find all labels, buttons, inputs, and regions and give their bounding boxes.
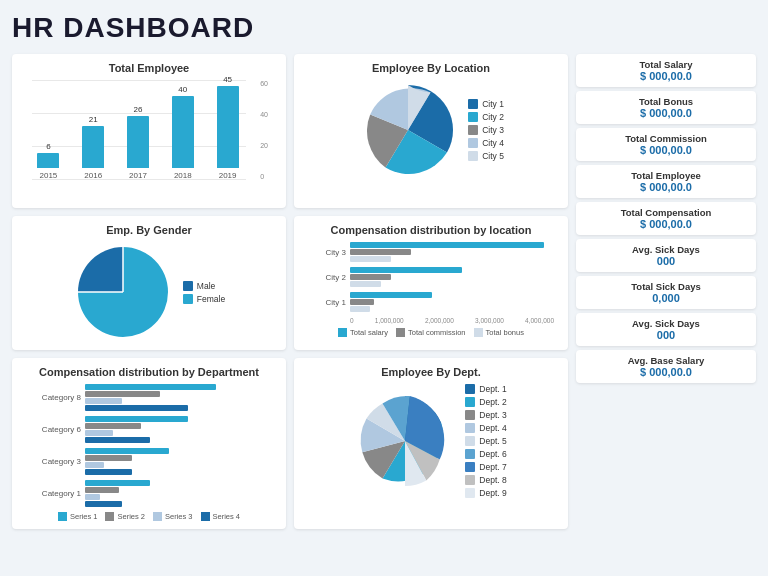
compensation-by-dept-card: Compensation distribution by Department …	[12, 358, 286, 529]
legend-series3: Series 3	[153, 512, 193, 521]
svg-rect-3	[396, 328, 405, 337]
hbar-row-city1: City 1	[308, 292, 554, 312]
pie-dept-chart	[355, 391, 455, 491]
hbar-city3-bonus	[350, 256, 391, 262]
hbar-row-cat3: Category 3	[26, 448, 272, 475]
bar-2015	[37, 153, 59, 168]
hbar-cat1-s1	[85, 480, 150, 486]
legend-dept8: Dept. 8	[465, 475, 506, 485]
dashboard-title: HR DASHBOARD	[12, 12, 756, 44]
svg-rect-2	[338, 328, 347, 337]
legend-city5: City 5	[468, 151, 504, 161]
stat-avg-sick-days-2: Avg. Sick Days 000	[576, 313, 756, 346]
legend-dept3: Dept. 3	[465, 410, 506, 420]
legend-city4: City 4	[468, 138, 504, 148]
stats-column: Total Salary $ 000,00.0 Total Bonus $ 00…	[576, 54, 756, 529]
hbar-bars-city2	[350, 267, 554, 287]
legend-series2-icon	[105, 512, 114, 521]
hbar-cat6-s2	[85, 423, 141, 429]
legend-series4: Series 4	[201, 512, 241, 521]
legend-dept6: Dept. 6	[465, 449, 506, 459]
legend-city3: City 3	[468, 125, 504, 135]
legend-dept9: Dept. 9	[465, 488, 506, 498]
comp-dept-hbar: Category 8 Category 6	[22, 384, 276, 521]
hbar-bars-city3	[350, 242, 554, 262]
legend-city5-dot	[468, 151, 478, 161]
emp-by-gender-card: Emp. By Gender Male Female	[12, 216, 286, 350]
hbar-city1-bonus	[350, 306, 370, 312]
hbar-cat6-s4	[85, 437, 150, 443]
bar-2016	[82, 126, 104, 168]
legend-total-commission: Total commission	[396, 328, 466, 337]
pie-dept-container: Dept. 1 Dept. 2 Dept. 3 Dept. 4 Dept. 5	[304, 384, 558, 498]
hbar-row-cat6: Category 6	[26, 416, 272, 443]
hbar-cat8-s1	[85, 384, 216, 390]
stat-total-commission: Total Commission $ 000,00.0	[576, 128, 756, 161]
legend-city2-dot	[468, 112, 478, 122]
hbar-row-city2: City 2	[308, 267, 554, 287]
bar-2017	[127, 116, 149, 168]
svg-rect-8	[201, 512, 210, 521]
legend-male: Male	[183, 281, 225, 291]
bar-group-2018: 40 2018	[166, 85, 199, 180]
hbar-city3-commission	[350, 249, 411, 255]
bar-2018	[172, 96, 194, 168]
pie-gender-container: Male Female	[22, 242, 276, 342]
hbar-bars-cat6	[85, 416, 272, 443]
legend-total-bonus-icon	[474, 328, 483, 337]
legend-female-dot	[183, 294, 193, 304]
comp-dept-legend: Series 1 Series 2 Series 3 Series 4	[26, 512, 272, 521]
svg-rect-5	[58, 512, 67, 521]
stat-avg-sick-days-1: Avg. Sick Days 000	[576, 239, 756, 272]
legend-series1-icon	[58, 512, 67, 521]
compensation-by-dept-title: Compensation distribution by Department	[22, 366, 276, 378]
hbar-city1-salary	[350, 292, 432, 298]
pie-location-legend: City 1 City 2 City 3 City 4 City 5	[468, 99, 504, 161]
pie-location-container: City 1 City 2 City 3 City 4 City 5	[304, 80, 558, 180]
comp-location-hbar: City 3 City 2 City 1	[304, 242, 558, 337]
legend-dept4: Dept. 4	[465, 423, 506, 433]
pie-gender-chart	[73, 242, 173, 342]
hbar-cat3-s3	[85, 462, 104, 468]
employee-by-location-card: Employee By Location City 1	[294, 54, 568, 208]
hbar-cat6-s3	[85, 430, 113, 436]
compensation-by-location-title: Compensation distribution by location	[304, 224, 558, 236]
stat-total-sick-days: Total Sick Days 0,000	[576, 276, 756, 309]
legend-female: Female	[183, 294, 225, 304]
compensation-by-location-card: Compensation distribution by location Ci…	[294, 216, 568, 350]
svg-rect-7	[153, 512, 162, 521]
legend-series3-icon	[153, 512, 162, 521]
hbar-city1-commission	[350, 299, 374, 305]
hbar-cat1-s2	[85, 487, 119, 493]
svg-rect-4	[474, 328, 483, 337]
hbar-cat6-s1	[85, 416, 188, 422]
comp-location-legend: Total salary Total commission Total bonu…	[308, 328, 554, 337]
legend-total-bonus: Total bonus	[474, 328, 524, 337]
legend-total-commission-icon	[396, 328, 405, 337]
employee-by-dept-title: Employee By Dept.	[304, 366, 558, 378]
hbar-cat3-s4	[85, 469, 132, 475]
stat-total-bonus: Total Bonus $ 000,00.0	[576, 91, 756, 124]
hbar-row-cat1: Category 1	[26, 480, 272, 507]
stat-avg-base-salary: Avg. Base Salary $ 000,00.0	[576, 350, 756, 383]
legend-series1: Series 1	[58, 512, 98, 521]
pie-location-chart	[358, 80, 458, 180]
legend-city4-dot	[468, 138, 478, 148]
bar-group-2015: 6 2015	[32, 142, 65, 180]
bar-chart-area: 6 2015 21 2016 26 2017 40 2018	[22, 80, 276, 180]
legend-city1-dot	[468, 99, 478, 109]
svg-rect-6	[105, 512, 114, 521]
legend-city1: City 1	[468, 99, 504, 109]
legend-total-salary-icon	[338, 328, 347, 337]
emp-by-gender-title: Emp. By Gender	[22, 224, 276, 236]
legend-dept7: Dept. 7	[465, 462, 506, 472]
legend-dept2: Dept. 2	[465, 397, 506, 407]
pie-gender-legend: Male Female	[183, 281, 225, 304]
hbar-cat1-s3	[85, 494, 100, 500]
hbar-city3-salary	[350, 242, 544, 248]
employee-by-location-title: Employee By Location	[304, 62, 558, 74]
hbar-cat8-s2	[85, 391, 160, 397]
hbar-bars-cat3	[85, 448, 272, 475]
hbar-bars-city1	[350, 292, 554, 312]
stat-total-compensation: Total Compensation $ 000,00.0	[576, 202, 756, 235]
